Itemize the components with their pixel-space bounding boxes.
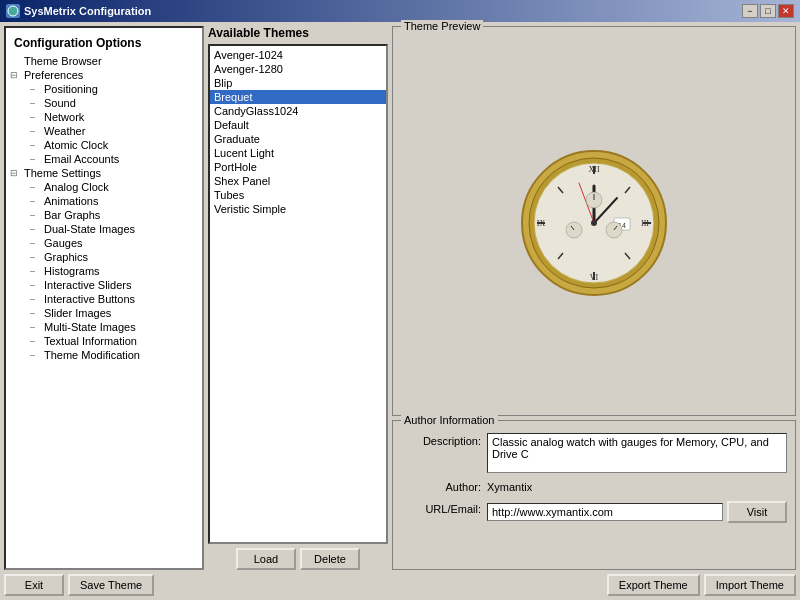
config-options-header: Configuration Options (6, 32, 202, 54)
author-label: Author: (401, 479, 481, 493)
tree-item-label: Dual-State Images (44, 223, 135, 235)
import-theme-button[interactable]: Import Theme (704, 574, 796, 596)
bottom-bar: Exit Save Theme Export Theme Import Them… (4, 570, 796, 596)
url-row: Visit (487, 501, 787, 523)
tree-expander: – (30, 84, 40, 94)
theme-list: Avenger-1024Avenger-1280BlipBrequetCandy… (208, 44, 388, 544)
author-info-title: Author Information (401, 414, 498, 426)
tree-item-gauges[interactable]: –Gauges (6, 236, 202, 250)
tree-item-theme-settings[interactable]: ⊟Theme Settings (6, 166, 202, 180)
tree-expander: – (30, 280, 40, 290)
tree-item-label: Theme Modification (44, 349, 140, 361)
theme-item[interactable]: Tubes (210, 188, 386, 202)
tree-expander: – (30, 140, 40, 150)
tree-expander: – (30, 350, 40, 360)
theme-item[interactable]: Avenger-1280 (210, 62, 386, 76)
tree-item-label: Bar Graphs (44, 209, 100, 221)
config-tree: Theme Browser⊟Preferences–Positioning–So… (6, 54, 202, 362)
tree-item-weather[interactable]: –Weather (6, 124, 202, 138)
tree-item-analog-clock[interactable]: –Analog Clock (6, 180, 202, 194)
tree-item-positioning[interactable]: –Positioning (6, 82, 202, 96)
tree-item-theme-browser[interactable]: Theme Browser (6, 54, 202, 68)
content-area: Configuration Options Theme Browser⊟Pref… (4, 26, 796, 570)
app-icon (6, 4, 20, 18)
tree-expander: – (30, 266, 40, 276)
tree-item-label: Gauges (44, 237, 83, 249)
tree-item-label: Graphics (44, 251, 88, 263)
tree-item-label: Weather (44, 125, 85, 137)
url-input[interactable] (487, 503, 723, 521)
export-theme-button[interactable]: Export Theme (607, 574, 700, 596)
bottom-right-buttons: Export Theme Import Theme (607, 574, 796, 596)
window-controls: − □ ✕ (742, 4, 794, 18)
tree-item-label: Animations (44, 195, 98, 207)
tree-expander: – (30, 112, 40, 122)
theme-action-buttons: Load Delete (208, 548, 388, 570)
theme-item[interactable]: Avenger-1024 (210, 48, 386, 62)
theme-item[interactable]: CandyGlass1024 (210, 104, 386, 118)
tree-item-interactive-buttons[interactable]: –Interactive Buttons (6, 292, 202, 306)
author-info-grid: Description: Classic analog watch with g… (401, 433, 787, 523)
theme-item[interactable]: Lucent Light (210, 146, 386, 160)
tree-item-slider-images[interactable]: –Slider Images (6, 306, 202, 320)
description-label: Description: (401, 433, 481, 447)
tree-item-animations[interactable]: –Animations (6, 194, 202, 208)
theme-preview-box: Theme Preview XII III VI IX (392, 26, 796, 416)
tree-item-label: Textual Information (44, 335, 137, 347)
tree-expander: – (30, 154, 40, 164)
themes-header: Available Themes (208, 26, 388, 40)
tree-item-label: Theme Browser (24, 55, 102, 67)
config-tree-panel: Configuration Options Theme Browser⊟Pref… (4, 26, 204, 570)
tree-item-network[interactable]: –Network (6, 110, 202, 124)
tree-expander: – (30, 126, 40, 136)
tree-item-label: Analog Clock (44, 181, 109, 193)
load-button[interactable]: Load (236, 548, 296, 570)
themes-panel: Available Themes Avenger-1024Avenger-128… (208, 26, 388, 570)
tree-item-label: Sound (44, 97, 76, 109)
bottom-left-buttons: Exit Save Theme (4, 574, 154, 596)
tree-item-bar-graphs[interactable]: –Bar Graphs (6, 208, 202, 222)
tree-item-label: Positioning (44, 83, 98, 95)
title-bar: SysMetrix Configuration − □ ✕ (0, 0, 800, 22)
tree-item-label: Theme Settings (24, 167, 101, 179)
delete-button[interactable]: Delete (300, 548, 360, 570)
visit-button[interactable]: Visit (727, 501, 787, 523)
url-label: URL/Email: (401, 501, 481, 515)
theme-item[interactable]: Blip (210, 76, 386, 90)
maximize-button[interactable]: □ (760, 4, 776, 18)
tree-expander: – (30, 294, 40, 304)
tree-item-textual-information[interactable]: –Textual Information (6, 334, 202, 348)
tree-item-dual-state-images[interactable]: –Dual-State Images (6, 222, 202, 236)
minimize-button[interactable]: − (742, 4, 758, 18)
tree-item-preferences[interactable]: ⊟Preferences (6, 68, 202, 82)
tree-item-label: Histograms (44, 265, 100, 277)
tree-item-graphics[interactable]: –Graphics (6, 250, 202, 264)
tree-item-sound[interactable]: –Sound (6, 96, 202, 110)
right-panel: Theme Preview XII III VI IX (392, 26, 796, 570)
theme-item[interactable]: Graduate (210, 132, 386, 146)
tree-expander: – (30, 252, 40, 262)
window-title: SysMetrix Configuration (24, 5, 151, 17)
svg-point-0 (8, 6, 18, 16)
close-button[interactable]: ✕ (778, 4, 794, 18)
tree-item-multi-state-images[interactable]: –Multi-State Images (6, 320, 202, 334)
tree-item-histograms[interactable]: –Histograms (6, 264, 202, 278)
tree-expander: – (30, 238, 40, 248)
tree-item-interactive-sliders[interactable]: –Interactive Sliders (6, 278, 202, 292)
theme-item[interactable]: Brequet (210, 90, 386, 104)
tree-item-atomic-clock[interactable]: –Atomic Clock (6, 138, 202, 152)
theme-item[interactable]: PortHole (210, 160, 386, 174)
tree-expander: – (30, 210, 40, 220)
save-theme-button[interactable]: Save Theme (68, 574, 154, 596)
tree-item-email-accounts[interactable]: –Email Accounts (6, 152, 202, 166)
tree-item-theme-modification[interactable]: –Theme Modification (6, 348, 202, 362)
exit-button[interactable]: Exit (4, 574, 64, 596)
tree-expander: – (30, 322, 40, 332)
tree-item-label: Interactive Buttons (44, 293, 135, 305)
theme-item[interactable]: Default (210, 118, 386, 132)
theme-item[interactable]: Veristic Simple (210, 202, 386, 216)
tree-expander: – (30, 182, 40, 192)
theme-item[interactable]: Shex Panel (210, 174, 386, 188)
tree-item-label: Email Accounts (44, 153, 119, 165)
tree-expander: – (30, 336, 40, 346)
